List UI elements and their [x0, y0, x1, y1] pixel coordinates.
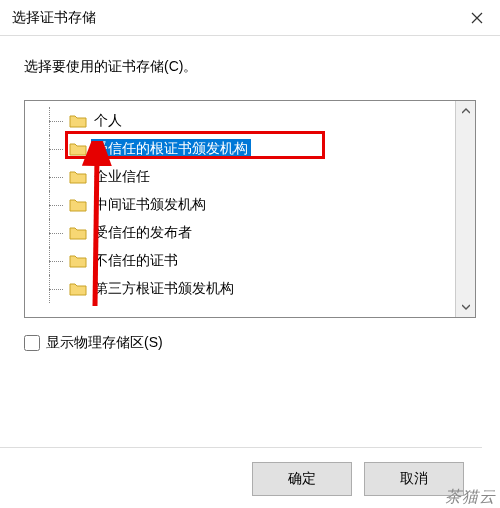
show-physical-stores-row: 显示物理存储区(S): [24, 334, 476, 352]
dialog-title: 选择证书存储: [12, 9, 96, 27]
close-icon: [471, 12, 483, 24]
show-physical-stores-checkbox[interactable]: [24, 335, 40, 351]
tree-label: 受信任的发布者: [91, 223, 195, 243]
tree-scrollbar[interactable]: [455, 101, 475, 317]
folder-icon: [69, 170, 87, 184]
tree-label: 中间证书颁发机构: [91, 195, 209, 215]
folder-icon: [69, 198, 87, 212]
watermark-text: 茶猫云: [445, 487, 496, 508]
tree-item-trusted-publishers[interactable]: 受信任的发布者: [25, 219, 455, 247]
titlebar: 选择证书存储: [0, 0, 500, 36]
scroll-track[interactable]: [456, 121, 475, 297]
tree-connector-icon: [45, 219, 69, 247]
tree-inner: 个人 受信任的根证书颁发机构 企业信任: [25, 101, 455, 317]
chevron-down-icon: [462, 304, 470, 310]
cert-store-tree: 个人 受信任的根证书颁发机构 企业信任: [24, 100, 476, 318]
tree-item-personal[interactable]: 个人: [25, 107, 455, 135]
tree-item-trusted-root-ca[interactable]: 受信任的根证书颁发机构: [25, 135, 455, 163]
tree-connector-icon: [45, 107, 69, 135]
tree-item-enterprise-trust[interactable]: 企业信任: [25, 163, 455, 191]
instruction-text: 选择要使用的证书存储(C)。: [24, 58, 476, 76]
tree-label: 受信任的根证书颁发机构: [91, 139, 251, 159]
tree-label: 个人: [91, 111, 125, 131]
scroll-up-button[interactable]: [456, 101, 475, 121]
tree-connector-icon: [45, 135, 69, 163]
dialog-button-row: 确定 取消: [0, 447, 482, 496]
tree-item-untrusted-certs[interactable]: 不信任的证书: [25, 247, 455, 275]
tree-label: 不信任的证书: [91, 251, 181, 271]
tree-connector-icon: [45, 247, 69, 275]
tree-connector-icon: [45, 191, 69, 219]
folder-icon: [69, 254, 87, 268]
dialog-content: 选择要使用的证书存储(C)。 个人 受信任的根证书颁发机构: [0, 36, 500, 362]
close-button[interactable]: [454, 0, 500, 36]
chevron-up-icon: [462, 108, 470, 114]
folder-icon: [69, 226, 87, 240]
folder-icon: [69, 114, 87, 128]
tree-label: 第三方根证书颁发机构: [91, 279, 237, 299]
tree-connector-icon: [45, 163, 69, 191]
scroll-down-button[interactable]: [456, 297, 475, 317]
ok-button[interactable]: 确定: [252, 462, 352, 496]
tree-connector-icon: [45, 275, 69, 303]
tree-label: 企业信任: [91, 167, 153, 187]
tree-item-intermediate-ca[interactable]: 中间证书颁发机构: [25, 191, 455, 219]
folder-icon: [69, 282, 87, 296]
folder-icon: [69, 142, 87, 156]
tree-item-third-party-root-ca[interactable]: 第三方根证书颁发机构: [25, 275, 455, 303]
show-physical-stores-label[interactable]: 显示物理存储区(S): [46, 334, 163, 352]
